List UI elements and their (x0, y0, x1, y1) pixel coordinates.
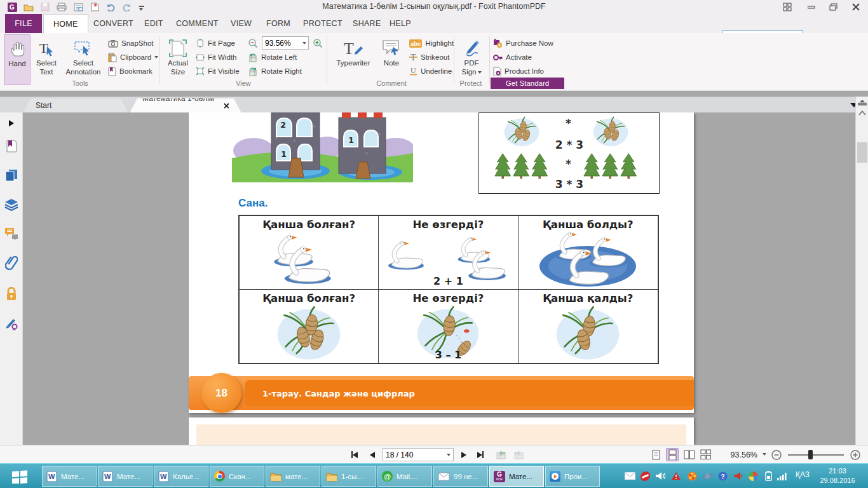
activate-button[interactable]: Activate (493, 51, 532, 64)
fit-width-button[interactable]: Fit Width (196, 51, 236, 64)
tab-comment[interactable]: COMMENT (166, 14, 228, 33)
comments-panel-icon[interactable] (4, 227, 18, 241)
pages-panel-icon[interactable] (4, 168, 18, 182)
doc-tab-document[interactable]: Математика 1-бөлім ... (130, 98, 241, 113)
minimize-button[interactable] (802, 0, 821, 14)
restore-button[interactable] (824, 0, 843, 14)
page-combo-caret-icon[interactable] (447, 454, 451, 456)
taskbar-app-word-3[interactable]: W Калье... (154, 466, 208, 487)
foxit-pdf-icon: GPDF (494, 471, 505, 482)
tray-battery-icon[interactable] (763, 470, 774, 482)
zoom-out-circle-icon[interactable] (771, 450, 782, 460)
fit-visible-button[interactable]: Fit Visible (196, 65, 240, 78)
app-grid-icon[interactable] (778, 0, 797, 14)
zoom-value-input[interactable] (262, 39, 302, 48)
castle-window-number: 1 (281, 149, 287, 159)
vertical-scrollbar[interactable] (855, 97, 868, 445)
tray-volume-icon[interactable] (654, 470, 666, 482)
get-standard-group-label: Get Standard (491, 78, 564, 89)
tray-network-signal-icon[interactable] (776, 470, 787, 482)
doc-tab-close-icon[interactable] (224, 103, 229, 109)
rotate-left-button[interactable]: Rotate Left (248, 51, 297, 64)
next-view-button[interactable] (512, 449, 525, 460)
zoom-combo-caret-icon[interactable] (302, 42, 306, 44)
taskbar-app-mail-99[interactable]: 99 не... (433, 466, 488, 487)
single-page-view-button[interactable] (649, 448, 662, 461)
zoom-in-button[interactable] (313, 37, 323, 50)
attachments-panel-icon[interactable] (4, 256, 18, 270)
zoom-in-circle-icon[interactable] (850, 450, 860, 460)
fit-page-button[interactable]: Fit Page (196, 37, 235, 50)
snapshot-button[interactable]: SnapShot (108, 37, 154, 50)
taskbar-app-chrome[interactable]: Скач... (210, 466, 264, 487)
expand-panel-icon[interactable] (4, 116, 18, 130)
clipboard-icon (108, 53, 117, 62)
previous-view-button[interactable] (494, 449, 507, 460)
tray-helper-icon[interactable]: ? (717, 470, 728, 482)
zoom-slider-handle[interactable] (808, 450, 813, 459)
scrollbar-thumb[interactable] (857, 142, 867, 163)
word-icon: W (46, 471, 57, 482)
tab-view[interactable]: VIEW (221, 14, 261, 33)
zoom-out-button[interactable] (248, 37, 259, 50)
rotate-right-button[interactable]: Rotate Right (248, 65, 302, 78)
taskbar-clock[interactable]: 21:03 29.08.2016 (812, 466, 863, 485)
tray-warning-icon[interactable] (670, 470, 682, 482)
tray-mail-icon[interactable] (624, 470, 635, 482)
purchase-now-button[interactable]: Purchase Now (493, 37, 553, 50)
underline-button[interactable]: U Underline (409, 65, 452, 78)
chrome-icon (214, 471, 225, 482)
tray-flower-icon[interactable] (686, 470, 698, 482)
taskbar-app-media-player[interactable]: Прои... (545, 466, 600, 487)
security-panel-icon[interactable] (4, 287, 18, 301)
tray-planet-icon[interactable] (702, 470, 713, 482)
note-button[interactable]: Note (377, 34, 405, 85)
layers-panel-icon[interactable] (4, 198, 18, 212)
underline-icon: U (409, 67, 417, 76)
facing-view-button[interactable] (682, 448, 695, 461)
page-number-combo[interactable] (383, 448, 454, 461)
tray-horn-icon[interactable] (732, 470, 743, 482)
pdf-sign-button[interactable]: PDF Sign (456, 34, 487, 85)
document-canvas[interactable]: 2 1 1 * 2 * 3 * 3 * 3 Сана. (23, 112, 855, 445)
strikeout-button[interactable]: T Strikeout (409, 51, 449, 64)
taskbar-app-folder-1[interactable]: мате... (266, 466, 320, 487)
next-page-button[interactable] (458, 449, 470, 460)
product-info-button[interactable]: Product Info (493, 65, 544, 78)
clipboard-button[interactable]: Clipboard (108, 51, 158, 64)
continuous-view-button[interactable] (666, 448, 679, 461)
zoom-slider-track[interactable] (788, 454, 844, 456)
doc-tab-start[interactable]: Start (23, 98, 128, 113)
tab-home[interactable]: HOME (43, 14, 88, 33)
bookmarks-panel-icon[interactable] (4, 139, 18, 153)
taskbar-app-foxit[interactable]: GPDF Мате... (489, 466, 544, 487)
taskbar-app-word-2[interactable]: W Мате... (98, 466, 153, 487)
split-view-handle-icon[interactable] (858, 100, 867, 107)
previous-page-button[interactable] (366, 449, 379, 460)
tab-file[interactable]: FILE (5, 14, 42, 33)
last-page-button[interactable] (474, 449, 487, 460)
taskbar-app-word-1[interactable]: W Мате... (42, 466, 97, 487)
tray-pinwheel-icon[interactable] (747, 470, 759, 482)
language-indicator[interactable]: ҚАЗ (796, 470, 810, 479)
tab-help[interactable]: HELP (380, 14, 421, 33)
continuous-facing-view-button[interactable] (699, 448, 712, 461)
typewriter-button[interactable]: T Typewriter (330, 34, 376, 85)
close-button[interactable] (846, 0, 865, 14)
select-annotation-button[interactable]: Select Annotation (62, 34, 104, 85)
digital-signature-panel-icon[interactable] (4, 317, 18, 331)
scroll-up-icon[interactable] (858, 111, 866, 116)
select-text-button[interactable]: T Select Text (32, 34, 61, 85)
actual-size-button[interactable]: Actual Size (163, 34, 193, 85)
taskbar-app-mailru-agent[interactable]: @ Mail.... (377, 466, 432, 487)
hand-tool-button[interactable]: Hand (4, 34, 31, 85)
bookmark-button[interactable]: Bookmark (108, 65, 153, 78)
tray-antivirus-icon[interactable] (639, 470, 651, 482)
zoom-combo[interactable] (262, 36, 309, 50)
page-number-input[interactable] (383, 451, 447, 459)
status-zoom-caret-icon[interactable] (763, 453, 766, 456)
taskbar-app-folder-2[interactable]: 1-сы... (322, 466, 376, 487)
start-button[interactable] (0, 464, 39, 488)
first-page-button[interactable] (348, 449, 361, 460)
highlight-button[interactable]: abc Highlight (409, 37, 454, 50)
